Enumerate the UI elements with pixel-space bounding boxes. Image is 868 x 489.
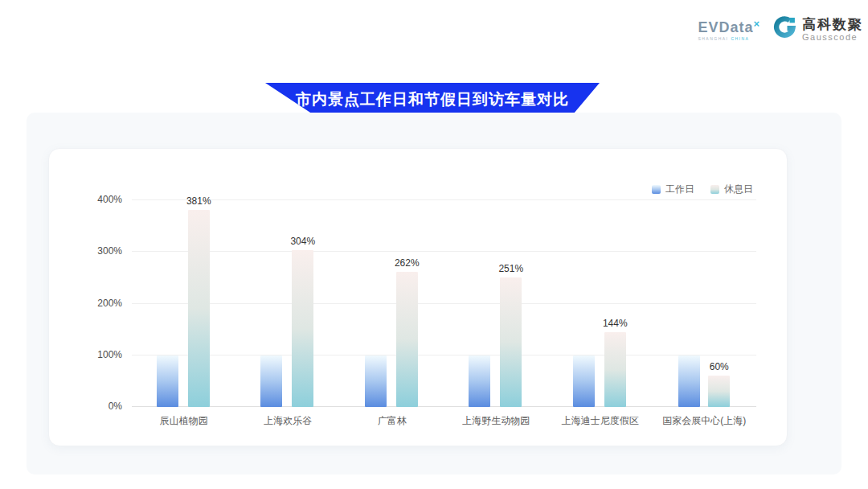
y-axis-tick-label: 400% (97, 194, 122, 205)
plot-area: 0%100%200%300%400%381%辰山植物园304%上海欢乐谷262%… (132, 200, 756, 407)
legend-item-restday[interactable]: 休息日 (710, 183, 753, 196)
bar-workday (365, 355, 387, 407)
page-title: 市内景点工作日和节假日到访车量对比 (296, 86, 569, 110)
bar-restday (708, 376, 730, 407)
x-axis-label: 国家会展中心(上海) (637, 414, 773, 428)
bar-workday (469, 355, 490, 407)
bar-workday (157, 355, 178, 407)
bar-workday (678, 355, 700, 407)
bar-group: 60%国家会展中心(上海) (653, 200, 757, 407)
chart-card: 工作日休息日 0%100%200%300%400%381%辰山植物园304%上海… (48, 148, 788, 446)
bar-groups: 381%辰山植物园304%上海欢乐谷262%广富林251%上海野生动物园144%… (132, 200, 756, 407)
bar-slot-workday (260, 355, 282, 407)
evdata-wordmark: EVData× (698, 18, 760, 35)
bar-slot-restday: 262% (395, 257, 420, 407)
bar-restday (292, 250, 313, 407)
y-axis-tick-label: 0% (108, 401, 122, 412)
legend: 工作日休息日 (652, 183, 753, 196)
gausscode-g-icon (772, 16, 796, 43)
title-banner: 市内景点工作日和节假日到访车量对比 (265, 83, 600, 113)
evdata-x-mark: × (753, 18, 760, 30)
bar-value-label: 381% (186, 195, 211, 207)
bar-value-label: 144% (603, 318, 628, 329)
bar-group: 381%辰山植物园 (132, 200, 236, 407)
bar-value-label: 304% (290, 236, 315, 247)
bar-restday (500, 277, 522, 407)
bar-slot-restday: 60% (708, 361, 730, 407)
bar-slot-restday: 304% (290, 236, 315, 407)
evdata-subtext: SHANGHAI CHINA (698, 37, 760, 41)
bar-slot-workday (678, 355, 700, 407)
bar-group: 262%广富林 (340, 200, 444, 407)
bar-group: 251%上海野生动物园 (444, 200, 549, 407)
legend-label: 休息日 (724, 183, 753, 196)
gausscode-en-name: Gausscode (802, 32, 863, 43)
bar-slot-restday: 144% (603, 318, 628, 407)
bar-slot-workday (365, 355, 387, 407)
y-axis-tick-label: 300% (97, 245, 122, 257)
logo-bar: EVData× SHANGHAI CHINA 高科数聚 (698, 16, 863, 43)
legend-label: 工作日 (665, 183, 694, 196)
bar-restday (396, 272, 418, 407)
page: EVData× SHANGHAI CHINA 高科数聚 (0, 0, 868, 489)
bar-restday (604, 332, 626, 407)
bar-value-label: 262% (395, 257, 420, 269)
y-axis-tick-label: 100% (97, 349, 122, 360)
bar-group: 144%上海迪士尼度假区 (548, 200, 653, 407)
content-panel: 工作日休息日 0%100%200%300%400%381%辰山植物园304%上海… (27, 113, 841, 475)
bar-slot-workday (573, 355, 595, 407)
legend-swatch (652, 185, 661, 194)
bar-slot-restday: 381% (186, 195, 211, 407)
bar-value-label: 251% (498, 263, 523, 274)
bar-workday (260, 355, 282, 407)
bar-restday (188, 210, 210, 407)
bar-group: 304%上海欢乐谷 (236, 200, 341, 407)
bar-slot-workday (157, 355, 178, 407)
gausscode-cn-name: 高科数聚 (802, 17, 863, 33)
legend-swatch (710, 185, 719, 194)
bar-workday (573, 355, 595, 407)
gausscode-logo: 高科数聚 Gausscode (772, 16, 863, 43)
bar-slot-restday: 251% (498, 263, 523, 407)
bar-value-label: 60% (710, 361, 729, 372)
legend-item-workday[interactable]: 工作日 (652, 183, 694, 196)
evdata-logo: EVData× SHANGHAI CHINA (698, 18, 760, 41)
y-axis-tick-label: 200% (97, 298, 122, 309)
bar-slot-workday (469, 355, 490, 407)
